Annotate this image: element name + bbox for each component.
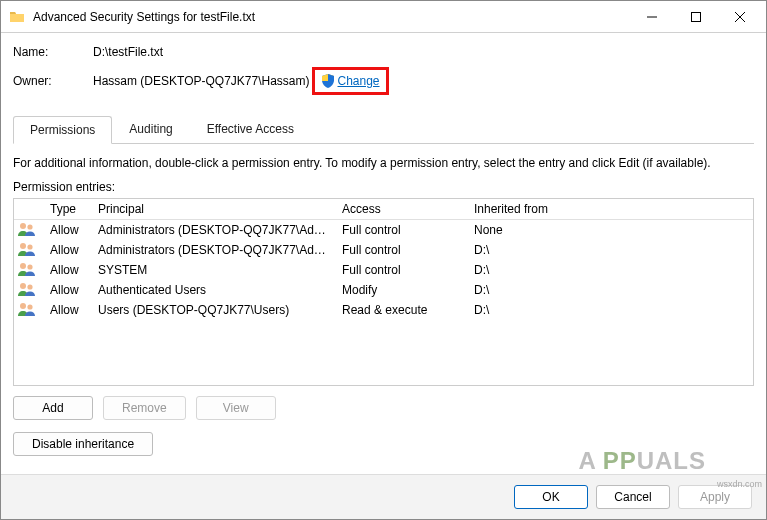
- cell-type: Allow: [42, 240, 90, 260]
- window-controls: [630, 2, 762, 32]
- cell-inherited: D:\: [466, 240, 753, 260]
- owner-label: Owner:: [13, 74, 93, 88]
- entry-buttons: Add Remove View: [13, 396, 754, 420]
- owner-value: Hassam (DESKTOP-QQ7JK77\Hassam): [93, 74, 310, 88]
- cell-principal: Administrators (DESKTOP-QQ7JK77\Admini..…: [90, 240, 334, 260]
- users-icon: [14, 240, 42, 261]
- header-icon-col[interactable]: [14, 199, 42, 219]
- info-text: For additional information, double-click…: [13, 156, 754, 170]
- content-area: Name: D:\testFile.txt Owner: Hassam (DES…: [1, 33, 766, 474]
- cancel-button[interactable]: Cancel: [596, 485, 670, 509]
- table-body: AllowAdministrators (DESKTOP-QQ7JK77\Adm…: [14, 220, 753, 320]
- owner-row: Owner: Hassam (DESKTOP-QQ7JK77\Hassam) C…: [13, 67, 754, 95]
- table-row[interactable]: AllowSYSTEMFull controlD:\: [14, 260, 753, 280]
- cell-inherited: D:\: [466, 280, 753, 300]
- table-row[interactable]: AllowUsers (DESKTOP-QQ7JK77\Users)Read &…: [14, 300, 753, 320]
- svg-point-6: [27, 264, 32, 269]
- name-row: Name: D:\testFile.txt: [13, 45, 754, 59]
- svg-point-2: [27, 224, 32, 229]
- tabs: Permissions Auditing Effective Access: [13, 115, 754, 144]
- minimize-button[interactable]: [630, 2, 674, 32]
- svg-point-3: [20, 243, 26, 249]
- entries-label: Permission entries:: [13, 180, 754, 194]
- svg-point-9: [20, 303, 26, 309]
- users-icon: [14, 300, 42, 321]
- cell-inherited: D:\: [466, 260, 753, 280]
- cell-access: Read & execute: [334, 300, 466, 320]
- svg-rect-0: [692, 12, 701, 21]
- tab-auditing[interactable]: Auditing: [112, 115, 189, 143]
- permissions-table: Type Principal Access Inherited from All…: [13, 198, 754, 386]
- folder-icon: [9, 9, 25, 25]
- cell-type: Allow: [42, 300, 90, 320]
- svg-point-7: [20, 283, 26, 289]
- remove-button: Remove: [103, 396, 186, 420]
- svg-point-8: [27, 284, 32, 289]
- header-principal[interactable]: Principal: [90, 199, 334, 219]
- shield-icon: [321, 74, 335, 88]
- close-button[interactable]: [718, 2, 762, 32]
- change-highlight: Change: [312, 67, 389, 95]
- svg-point-1: [20, 223, 26, 229]
- titlebar: Advanced Security Settings for testFile.…: [1, 1, 766, 33]
- name-label: Name:: [13, 45, 93, 59]
- cell-access: Full control: [334, 260, 466, 280]
- add-button[interactable]: Add: [13, 396, 93, 420]
- users-icon: [14, 220, 42, 241]
- security-settings-window: Advanced Security Settings for testFile.…: [0, 0, 767, 520]
- change-owner-link[interactable]: Change: [338, 74, 380, 88]
- cell-type: Allow: [42, 280, 90, 300]
- cell-type: Allow: [42, 260, 90, 280]
- cell-principal: Administrators (DESKTOP-QQ7JK77\Admini..…: [90, 220, 334, 240]
- table-row[interactable]: AllowAdministrators (DESKTOP-QQ7JK77\Adm…: [14, 240, 753, 260]
- disable-inheritance-button[interactable]: Disable inheritance: [13, 432, 153, 456]
- users-icon: [14, 280, 42, 301]
- view-button: View: [196, 396, 276, 420]
- window-title: Advanced Security Settings for testFile.…: [33, 10, 630, 24]
- svg-point-5: [20, 263, 26, 269]
- apply-button: Apply: [678, 485, 752, 509]
- cell-access: Full control: [334, 240, 466, 260]
- cell-principal: Users (DESKTOP-QQ7JK77\Users): [90, 300, 334, 320]
- name-value: D:\testFile.txt: [93, 45, 163, 59]
- header-inherited[interactable]: Inherited from: [466, 199, 753, 219]
- cell-access: Modify: [334, 280, 466, 300]
- table-row[interactable]: AllowAdministrators (DESKTOP-QQ7JK77\Adm…: [14, 220, 753, 240]
- cell-access: Full control: [334, 220, 466, 240]
- header-type[interactable]: Type: [42, 199, 90, 219]
- cell-inherited: D:\: [466, 300, 753, 320]
- users-icon: [14, 260, 42, 281]
- svg-point-10: [27, 304, 32, 309]
- maximize-button[interactable]: [674, 2, 718, 32]
- tab-effective-access[interactable]: Effective Access: [190, 115, 311, 143]
- ok-button[interactable]: OK: [514, 485, 588, 509]
- cell-inherited: None: [466, 220, 753, 240]
- dialog-footer: OK Cancel Apply: [1, 474, 766, 519]
- table-row[interactable]: AllowAuthenticated UsersModifyD:\: [14, 280, 753, 300]
- svg-point-4: [27, 244, 32, 249]
- table-header: Type Principal Access Inherited from: [14, 199, 753, 220]
- tab-permissions[interactable]: Permissions: [13, 116, 112, 144]
- inheritance-row: Disable inheritance: [13, 432, 754, 456]
- header-access[interactable]: Access: [334, 199, 466, 219]
- cell-principal: Authenticated Users: [90, 280, 334, 300]
- cell-principal: SYSTEM: [90, 260, 334, 280]
- cell-type: Allow: [42, 220, 90, 240]
